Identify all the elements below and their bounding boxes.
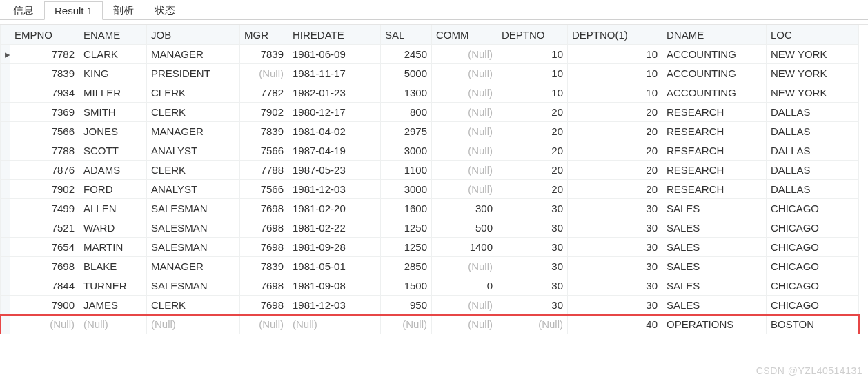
cell-ENAME[interactable]: CLARK: [79, 45, 147, 64]
cell-ENAME[interactable]: WARD: [79, 218, 147, 238]
table-row[interactable]: 7369SMITHCLERK79021980-12-17800(Null)202…: [1, 103, 859, 122]
cell-DEPTNO1[interactable]: 30: [568, 218, 662, 238]
cell-LOC[interactable]: DALLAS: [767, 122, 859, 141]
result-grid[interactable]: EMPNOENAMEJOBMGRHIREDATESALCOMMDEPTNODEP…: [0, 25, 859, 334]
column-header-HIREDATE[interactable]: HIREDATE: [288, 25, 381, 45]
cell-SAL[interactable]: 2450: [381, 45, 432, 64]
cell-MGR[interactable]: 7698: [240, 238, 288, 257]
column-header-SAL[interactable]: SAL: [381, 25, 432, 45]
cell-MGR[interactable]: 7782: [240, 83, 288, 103]
cell-JOB[interactable]: SALESMAN: [147, 238, 240, 257]
cell-LOC[interactable]: CHICAGO: [767, 296, 859, 315]
cell-DEPTNO[interactable]: 30: [497, 257, 568, 276]
cell-JOB[interactable]: CLERK: [147, 83, 240, 103]
cell-SAL[interactable]: 1100: [381, 161, 432, 180]
cell-DEPTNO[interactable]: 30: [497, 199, 568, 218]
cell-ENAME[interactable]: KING: [79, 64, 147, 83]
cell-EMPNO[interactable]: 7499: [10, 199, 79, 218]
cell-COMM[interactable]: (Null): [432, 161, 497, 180]
cell-ENAME[interactable]: JAMES: [79, 296, 147, 315]
cell-LOC[interactable]: NEW YORK: [767, 64, 859, 83]
cell-HIREDATE[interactable]: 1982-01-23: [288, 83, 381, 103]
column-header-JOB[interactable]: JOB: [147, 25, 240, 45]
column-header-DEPTNO[interactable]: DEPTNO: [497, 25, 568, 45]
column-header-ENAME[interactable]: ENAME: [79, 25, 147, 45]
cell-JOB[interactable]: PRESIDENT: [147, 64, 240, 83]
cell-DEPTNO[interactable]: 20: [497, 103, 568, 122]
cell-JOB[interactable]: MANAGER: [147, 45, 240, 64]
cell-DNAME[interactable]: RESEARCH: [662, 141, 767, 161]
column-header-DEPTNO1[interactable]: DEPTNO(1): [568, 25, 662, 45]
cell-SAL[interactable]: 3000: [381, 180, 432, 199]
cell-DEPTNO[interactable]: 10: [497, 45, 568, 64]
cell-LOC[interactable]: NEW YORK: [767, 45, 859, 64]
table-row[interactable]: 7654MARTINSALESMAN76981981-09-2812501400…: [1, 238, 859, 257]
cell-COMM[interactable]: (Null): [432, 83, 497, 103]
table-row[interactable]: 7839KINGPRESIDENT(Null)1981-11-175000(Nu…: [1, 64, 859, 83]
cell-DNAME[interactable]: ACCOUNTING: [662, 64, 767, 83]
cell-COMM[interactable]: (Null): [432, 257, 497, 276]
column-header-MGR[interactable]: MGR: [240, 25, 288, 45]
cell-COMM[interactable]: 1400: [432, 238, 497, 257]
cell-LOC[interactable]: CHICAGO: [767, 276, 859, 296]
cell-SAL[interactable]: 800: [381, 103, 432, 122]
cell-DNAME[interactable]: RESEARCH: [662, 122, 767, 141]
cell-MGR[interactable]: (Null): [240, 315, 288, 334]
table-row[interactable]: 7499ALLENSALESMAN76981981-02-20160030030…: [1, 199, 859, 218]
cell-SAL[interactable]: 1500: [381, 276, 432, 296]
cell-ENAME[interactable]: MARTIN: [79, 238, 147, 257]
cell-COMM[interactable]: (Null): [432, 180, 497, 199]
cell-HIREDATE[interactable]: 1987-05-23: [288, 161, 381, 180]
cell-ENAME[interactable]: ADAMS: [79, 161, 147, 180]
cell-HIREDATE[interactable]: (Null): [288, 315, 381, 334]
cell-COMM[interactable]: (Null): [432, 45, 497, 64]
cell-LOC[interactable]: CHICAGO: [767, 218, 859, 238]
table-row[interactable]: 7934MILLERCLERK77821982-01-231300(Null)1…: [1, 83, 859, 103]
tab-0[interactable]: 信息: [3, 1, 44, 20]
cell-DNAME[interactable]: SALES: [662, 257, 767, 276]
table-row[interactable]: 7844TURNERSALESMAN76981981-09-0815000303…: [1, 276, 859, 296]
table-row[interactable]: 7900JAMESCLERK76981981-12-03950(Null)303…: [1, 296, 859, 315]
cell-DNAME[interactable]: SALES: [662, 276, 767, 296]
cell-HIREDATE[interactable]: 1981-04-02: [288, 122, 381, 141]
cell-SAL[interactable]: 1600: [381, 199, 432, 218]
cell-DEPTNO[interactable]: 30: [497, 296, 568, 315]
cell-SAL[interactable]: 1250: [381, 238, 432, 257]
cell-SAL[interactable]: 1300: [381, 83, 432, 103]
cell-DEPTNO1[interactable]: 20: [568, 122, 662, 141]
column-header-DNAME[interactable]: DNAME: [662, 25, 767, 45]
cell-MGR[interactable]: 7698: [240, 296, 288, 315]
cell-SAL[interactable]: 5000: [381, 64, 432, 83]
cell-DEPTNO1[interactable]: 10: [568, 64, 662, 83]
cell-HIREDATE[interactable]: 1981-05-01: [288, 257, 381, 276]
cell-JOB[interactable]: CLERK: [147, 103, 240, 122]
cell-EMPNO[interactable]: 7521: [10, 218, 79, 238]
cell-DNAME[interactable]: SALES: [662, 296, 767, 315]
cell-DEPTNO[interactable]: 20: [497, 122, 568, 141]
table-row[interactable]: 7698BLAKEMANAGER78391981-05-012850(Null)…: [1, 257, 859, 276]
cell-SAL[interactable]: 950: [381, 296, 432, 315]
cell-EMPNO[interactable]: 7902: [10, 180, 79, 199]
cell-EMPNO[interactable]: 7839: [10, 64, 79, 83]
cell-DEPTNO1[interactable]: 30: [568, 296, 662, 315]
cell-DNAME[interactable]: RESEARCH: [662, 161, 767, 180]
cell-SAL[interactable]: 2975: [381, 122, 432, 141]
table-row[interactable]: 7566JONESMANAGER78391981-04-022975(Null)…: [1, 122, 859, 141]
cell-HIREDATE[interactable]: 1987-04-19: [288, 141, 381, 161]
cell-EMPNO[interactable]: 7369: [10, 103, 79, 122]
tab-3[interactable]: 状态: [144, 1, 186, 20]
cell-DEPTNO[interactable]: 20: [497, 161, 568, 180]
cell-MGR[interactable]: 7698: [240, 276, 288, 296]
cell-DNAME[interactable]: SALES: [662, 218, 767, 238]
cell-MGR[interactable]: 7566: [240, 180, 288, 199]
cell-DEPTNO1[interactable]: 20: [568, 180, 662, 199]
cell-DNAME[interactable]: RESEARCH: [662, 180, 767, 199]
cell-DEPTNO1[interactable]: 20: [568, 103, 662, 122]
cell-JOB[interactable]: CLERK: [147, 161, 240, 180]
cell-COMM[interactable]: 500: [432, 218, 497, 238]
cell-DEPTNO1[interactable]: 30: [568, 276, 662, 296]
cell-DEPTNO1[interactable]: 10: [568, 45, 662, 64]
cell-MGR[interactable]: 7788: [240, 161, 288, 180]
cell-ENAME[interactable]: SMITH: [79, 103, 147, 122]
cell-JOB[interactable]: ANALYST: [147, 180, 240, 199]
